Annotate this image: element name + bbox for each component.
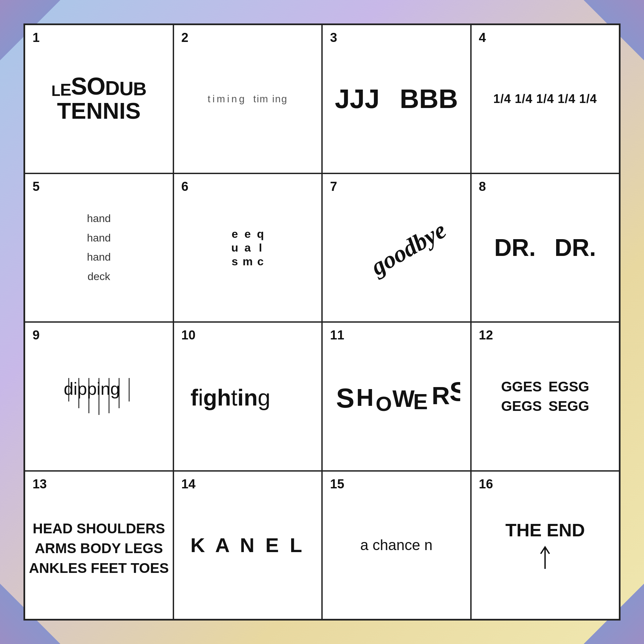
cell-6-number: 6: [181, 180, 189, 193]
showers-visual: S H O W E R S: [333, 371, 460, 421]
cell-4: 4 1/4 1/4 1/4 1/4 1/4: [471, 24, 620, 173]
cell-14: 14 K A N E L: [173, 471, 322, 620]
cell-15-number: 15: [330, 478, 344, 490]
cell-13-content: HEAD SHOULDERS ARMS BODY LEGS ANKLES FEE…: [29, 519, 169, 578]
c6-u: u: [230, 241, 240, 254]
cell-5-line-2: hand: [87, 228, 111, 248]
cell-5-line-3: hand: [87, 248, 111, 267]
svg-text:dipping: dipping: [64, 379, 120, 398]
cell-9-number: 9: [33, 329, 40, 341]
cell-16-content: THE END: [505, 520, 585, 571]
cell-15: 15 a chance n: [322, 471, 471, 620]
puzzle-grid: 1 LESODUB TENNIS 2 timing tim ing 3 JJJ …: [23, 23, 621, 621]
cell-12-number: 12: [479, 329, 493, 341]
cell-9-content: dipping: [52, 375, 146, 418]
cell-12-gges: GGES: [501, 379, 542, 395]
cell-12-content: GGES EGSG GEGS SEGG: [501, 379, 589, 414]
c6-m: m: [243, 255, 253, 268]
cell-11-content: S H O W E R S: [333, 371, 460, 422]
cell-13-number: 13: [33, 478, 47, 490]
cell-12: 12 GGES EGSG GEGS SEGG: [471, 322, 620, 471]
cell-3-bbb: BBB: [400, 84, 458, 114]
cell-8-number: 8: [479, 180, 486, 193]
cell-12-egsg: EGSG: [548, 379, 589, 395]
cell-16-number: 16: [479, 478, 493, 490]
timing-word-1: timing: [208, 93, 247, 105]
cell-3-jjj: JJJ: [335, 84, 379, 114]
cell-13-line2: ARMS BODY LEGS: [35, 539, 163, 558]
cell-2-content: timing tim ing: [208, 93, 287, 105]
cell-8-content: DR. DR.: [472, 234, 619, 261]
c6-e2: e: [243, 227, 253, 240]
cell-4-content: 1/4 1/4 1/4 1/4 1/4: [493, 92, 597, 106]
cell-15-content: a chance n: [360, 537, 432, 553]
cell-14-content: K A N E L: [191, 534, 305, 557]
cell-3-number: 3: [330, 31, 337, 44]
c6-c: c: [255, 255, 265, 268]
cell-8-dr2: DR.: [554, 234, 596, 261]
cell-8-dr1: DR.: [494, 234, 536, 261]
cell-12-segg: SEGG: [548, 398, 589, 414]
cell-8: 8 DR. DR.: [471, 173, 620, 322]
c6-q: q: [255, 227, 265, 240]
cell-11: 11 S H O W E R S: [322, 322, 471, 471]
cell-16: 16 THE END: [471, 471, 620, 620]
cell-3-content: JJJ BBB: [335, 84, 458, 114]
the-end-text: THE END: [505, 520, 585, 540]
tennis-word: TENNIS: [57, 98, 141, 123]
svg-text:fighting: fighting: [191, 385, 270, 410]
cell-7: 7 goodbye: [322, 173, 471, 322]
c6-s: s: [230, 255, 240, 268]
cell-13: 13 HEAD SHOULDERS ARMS BODY LEGS ANKLES …: [24, 471, 173, 620]
c6-l: l: [255, 241, 265, 254]
arrow-up-icon: [537, 544, 553, 571]
cell-3: 3 JJJ BBB: [322, 24, 471, 173]
c6-a: a: [243, 241, 253, 254]
svg-text:S
          H
          O
    : S H O W E R S: [336, 377, 460, 415]
cell-6-content: e e q u a l s m c: [230, 227, 266, 268]
cell-5-line-4: deck: [88, 267, 110, 286]
cell-4-number: 4: [479, 31, 486, 44]
cell-7-content: goodbye: [366, 216, 451, 281]
cell-11-number: 11: [330, 329, 344, 341]
cell-7-number: 7: [330, 180, 337, 193]
cell-1-number: 1: [33, 31, 40, 44]
lesodub-word: LESODUB: [51, 74, 146, 98]
cell-10-content: fighting: [191, 381, 305, 412]
timing-word-2: tim ing: [253, 93, 287, 105]
cell-5-content: hand hand hand deck: [87, 209, 111, 286]
cell-13-line3: ANKLES FEET TOES: [29, 558, 169, 578]
cell-6: 6 e e q u a l s m c: [173, 173, 322, 322]
cell-10-number: 10: [181, 329, 196, 341]
cell-1-content: LESODUB TENNIS: [51, 74, 146, 123]
cell-2: 2 timing tim ing: [173, 24, 322, 173]
cell-12-gegs: GEGS: [501, 398, 542, 414]
c6-e1: e: [230, 227, 240, 240]
cell-1: 1 LESODUB TENNIS: [24, 24, 173, 173]
fighting-visual: fighting: [191, 381, 305, 412]
cell-2-number: 2: [181, 31, 189, 44]
cell-9: 9 dipping: [24, 322, 173, 471]
dipping-visual: dipping: [52, 375, 146, 418]
cell-5-line-1: hand: [87, 209, 111, 228]
cell-13-line1: HEAD SHOULDERS: [33, 519, 165, 539]
cell-14-number: 14: [181, 478, 196, 490]
cell-5-number: 5: [33, 180, 40, 193]
cell-5: 5 hand hand hand deck: [24, 173, 173, 322]
cell-10: 10 fighting: [173, 322, 322, 471]
